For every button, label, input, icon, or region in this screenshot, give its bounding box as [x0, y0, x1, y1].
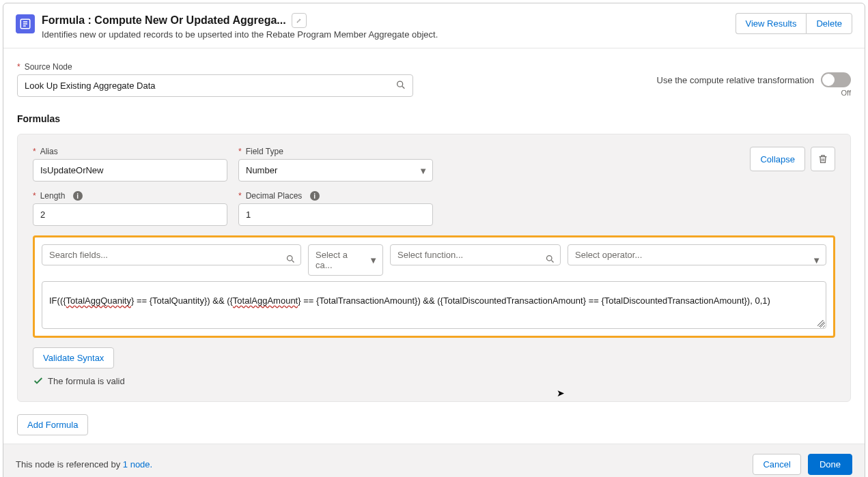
svg-point-1 — [397, 81, 403, 87]
search-icon — [395, 79, 406, 92]
panel-header: Formula : Compute New Or Updated Aggrega… — [3, 3, 865, 48]
formula-card: *Alias *Field Type Number ▼ Collapse — [17, 134, 851, 402]
edit-title-button[interactable] — [292, 13, 307, 28]
cancel-button[interactable]: Cancel — [753, 454, 800, 475]
done-button[interactable]: Done — [808, 454, 852, 475]
alias-label: *Alias — [33, 147, 227, 156]
reference-text: This node is referenced by 1 node. — [16, 459, 152, 469]
delete-button[interactable]: Delete — [806, 13, 852, 34]
fieldtype-label: *Field Type — [238, 147, 433, 156]
referenced-nodes-link[interactable]: 1 node. — [123, 459, 152, 469]
category-select[interactable]: Select a ca... — [308, 244, 383, 276]
header-actions: View Results Delete — [736, 13, 852, 34]
length-input[interactable] — [33, 203, 227, 226]
toggle-state: Off — [657, 89, 852, 97]
trash-icon — [817, 154, 828, 164]
panel-footer: This node is referenced by 1 node. Cance… — [3, 444, 865, 477]
formula-panel: Formula : Compute New Or Updated Aggrega… — [3, 3, 865, 477]
validate-syntax-button[interactable]: Validate Syntax — [33, 347, 114, 368]
compute-relative-toggle[interactable] — [821, 72, 851, 87]
formulas-heading: Formulas — [17, 113, 851, 124]
compute-relative-label: Use the compute relative transformation — [657, 75, 815, 85]
panel-title: Formula : Compute New Or Updated Aggrega… — [42, 14, 286, 27]
resize-handle[interactable] — [817, 320, 824, 327]
source-node-label: *Source Node — [17, 62, 413, 72]
pencil-icon — [296, 16, 302, 25]
function-select[interactable] — [390, 244, 561, 265]
panel-body: *Source Node Use the compute relative tr… — [3, 48, 865, 444]
decimal-label: *Decimal Places i — [238, 191, 433, 201]
operator-select[interactable]: Select operator... — [568, 244, 826, 265]
length-label: *Length i — [33, 191, 227, 201]
formula-node-icon — [16, 14, 35, 33]
delete-formula-button[interactable] — [811, 147, 835, 171]
formula-editor: Select a ca... ▼ Select operator... ▼ IF… — [33, 235, 835, 338]
info-icon: i — [310, 191, 320, 201]
decimal-input[interactable] — [238, 203, 433, 226]
info-icon: i — [73, 191, 83, 201]
check-icon — [33, 375, 44, 386]
validation-message: The formula is valid — [33, 375, 835, 386]
source-node-input[interactable] — [17, 74, 413, 97]
fieldtype-select[interactable]: Number — [238, 159, 433, 182]
search-fields-input[interactable] — [42, 244, 301, 265]
view-results-button[interactable]: View Results — [736, 13, 807, 34]
formula-textarea[interactable]: IF(({TotalAggQuanity} == {TotalQuantity}… — [42, 281, 826, 329]
add-formula-button[interactable]: Add Formula — [17, 414, 88, 435]
collapse-button[interactable]: Collapse — [750, 147, 805, 171]
alias-input[interactable] — [33, 159, 227, 182]
panel-subtitle: Identifies new or updated records to be … — [42, 29, 438, 40]
